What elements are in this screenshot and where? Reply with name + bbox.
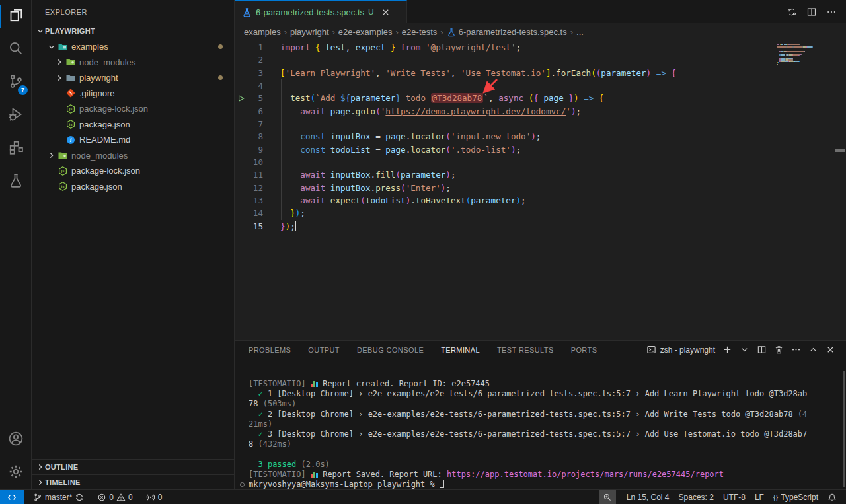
settings-gear-icon[interactable]: [0, 456, 32, 489]
explorer-icon[interactable]: [0, 0, 32, 33]
ports-status[interactable]: 0: [142, 490, 167, 504]
cursor-position-status[interactable]: Ln 15, Col 4: [623, 490, 673, 504]
code-line-1[interactable]: 1import { test, expect } from '@playwrig…: [235, 41, 846, 54]
more-actions-icon[interactable]: [826, 7, 837, 17]
panel-tab-debug-console[interactable]: DEBUG CONSOLE: [357, 343, 424, 357]
panel-tab-terminal[interactable]: TERMINAL: [441, 343, 480, 357]
encoding-status[interactable]: UTF-8: [719, 490, 750, 504]
run-debug-icon[interactable]: [0, 99, 32, 132]
terminal-dropdown-icon[interactable]: [740, 345, 750, 355]
tree-item-node-modules[interactable]: node_modules: [32, 55, 234, 71]
panel-tab-test-results[interactable]: TEST RESULTS: [497, 343, 554, 357]
code-text: await inputBox.press('Enter');: [280, 182, 451, 194]
code-line-8[interactable]: 8 const inputBox = page.locator('input.n…: [235, 130, 846, 143]
search-icon[interactable]: [0, 33, 32, 66]
code-text: const inputBox = page.locator('input.new…: [280, 130, 541, 143]
code-line-13[interactable]: 13 await expect(todoList).toHaveText(par…: [235, 194, 846, 207]
tree-item-package-json[interactable]: jspackage.json: [32, 179, 234, 195]
breadcrumb-separator: ›: [284, 27, 287, 37]
gutter-spacer: [235, 207, 247, 219]
remote-indicator[interactable]: [0, 490, 24, 504]
terminal-output[interactable]: [TESTOMATIO] Report created. Report ID: …: [235, 359, 846, 489]
source-control-icon[interactable]: 7: [0, 66, 32, 99]
code-line-4[interactable]: 4: [235, 79, 846, 92]
line-number: 3: [247, 67, 263, 79]
split-editor-icon[interactable]: [806, 7, 817, 17]
tree-item-package-lock-json[interactable]: jspackage-lock.json: [32, 163, 234, 179]
panel-tab-output[interactable]: OUTPUT: [308, 343, 340, 357]
zoom-indicator[interactable]: [599, 490, 616, 504]
sync-changes-icon[interactable]: [787, 7, 797, 17]
chevron-spacer: [54, 119, 65, 129]
branch-status[interactable]: master*: [29, 490, 88, 504]
problems-status[interactable]: 0 0: [93, 490, 136, 504]
testing-icon[interactable]: [0, 165, 32, 198]
svg-text:js: js: [60, 169, 65, 173]
panel-more-icon[interactable]: [791, 345, 801, 355]
terminal-instance[interactable]: zsh - playwright: [646, 345, 715, 355]
minimap[interactable]: [777, 44, 833, 65]
chevron-right-icon: [36, 478, 45, 487]
chevron-right-icon: [54, 73, 65, 83]
close-panel-icon[interactable]: [826, 345, 835, 355]
panel-tab-ports[interactable]: PORTS: [571, 343, 597, 357]
code-text: });: [280, 220, 296, 233]
maximize-panel-icon[interactable]: [808, 345, 818, 355]
extensions-icon[interactable]: [0, 132, 32, 165]
section-outline[interactable]: OUTLINE: [32, 459, 234, 474]
code-text: ['Learn Playwright', 'Write Tests', 'Use…: [280, 67, 676, 79]
code-line-14[interactable]: 14 });: [235, 207, 846, 219]
code-line-5[interactable]: 5 test(`Add ${parameter} todo @T3d28ab78…: [235, 92, 846, 104]
section-playwright[interactable]: PLAYWRIGHT: [32, 23, 234, 39]
terminal-line: [TESTOMATIO] Report created. Report ID: …: [249, 379, 846, 389]
terminal-line: [TESTOMATIO] Report Saved. Report URL: h…: [249, 470, 846, 480]
split-terminal-icon[interactable]: [757, 345, 767, 355]
panel-tab-problems[interactable]: PROBLEMS: [249, 343, 291, 357]
tree-item-examples[interactable]: examples: [32, 39, 234, 55]
breadcrumb-item[interactable]: ...: [576, 27, 584, 37]
language-status[interactable]: {} TypeScript: [769, 490, 822, 504]
tree-item-package-lock-json[interactable]: jspackage-lock.json: [32, 101, 234, 117]
new-terminal-icon[interactable]: [722, 345, 732, 355]
npm-icon: js: [65, 119, 76, 129]
account-icon[interactable]: [0, 423, 32, 456]
section-timeline[interactable]: TIMELINE: [32, 474, 234, 489]
breadcrumb-separator: ›: [396, 27, 399, 37]
code-line-2[interactable]: 2: [235, 54, 846, 66]
tree-item-playwright[interactable]: playwright: [32, 70, 234, 86]
test-id-highlight: @T3d28ab78: [431, 93, 484, 103]
code-line-3[interactable]: 3['Learn Playwright', 'Write Tests', 'Us…: [235, 67, 846, 79]
tree-item-node-modules[interactable]: node_modules: [32, 148, 234, 164]
breadcrumb-item[interactable]: e2e-tests: [402, 27, 437, 37]
breadcrumb-item[interactable]: 6-parametrized-tests.spec.ts: [447, 27, 567, 37]
tree-item-label: node_modules: [79, 57, 135, 67]
tree-item-readme-md[interactable]: iREADME.md: [32, 132, 234, 148]
run-test-icon[interactable]: [235, 92, 247, 104]
line-number: 1: [247, 41, 263, 54]
code-line-7[interactable]: 7: [235, 118, 846, 130]
terminal-scrollbar[interactable]: [843, 371, 845, 487]
breadcrumb-item[interactable]: playwright: [290, 27, 329, 37]
line-number: 14: [247, 207, 263, 219]
code-line-12[interactable]: 12 await inputBox.press('Enter');: [235, 182, 846, 194]
branch-icon: [33, 493, 42, 502]
breadcrumb-item[interactable]: e2e-examples: [338, 27, 393, 37]
code-line-6[interactable]: 6 await page.goto('https://demo.playwrig…: [235, 105, 846, 118]
notifications-bell-icon[interactable]: [824, 490, 841, 504]
braces-icon: {}: [773, 493, 778, 501]
kill-terminal-icon[interactable]: [774, 345, 784, 355]
tree-item-package-json[interactable]: jspackage.json: [32, 117, 234, 133]
code-line-9[interactable]: 9 const todoList = page.locator('.todo-l…: [235, 143, 846, 156]
eol-status[interactable]: LF: [751, 490, 768, 504]
code-editor[interactable]: 1import { test, expect } from '@playwrig…: [235, 41, 846, 340]
tab-spec-file[interactable]: 6-parametrized-tests.spec.ts U: [235, 0, 407, 23]
close-icon[interactable]: [381, 7, 391, 17]
breadcrumb-item[interactable]: examples: [244, 27, 281, 37]
tree-item--gitignore[interactable]: .gitignore: [32, 86, 234, 102]
indentation-status[interactable]: Spaces: 2: [675, 490, 718, 504]
code-line-10[interactable]: 10: [235, 156, 846, 168]
code-line-15[interactable]: 15});: [235, 220, 846, 233]
tab-label: 6-parametrized-tests.spec.ts: [256, 7, 364, 17]
terminal-line: 78 (503ms): [249, 399, 846, 409]
code-line-11[interactable]: 11 await inputBox.fill(parameter);: [235, 168, 846, 181]
